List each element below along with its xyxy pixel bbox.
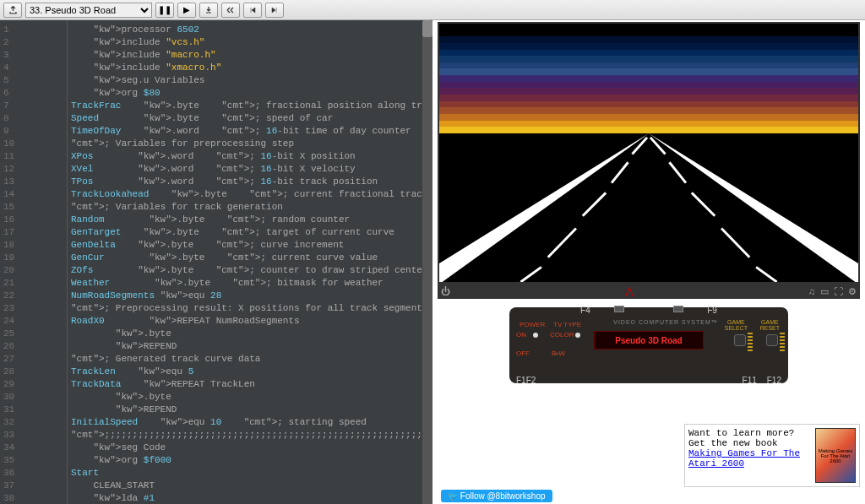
svg-line-4 (583, 192, 606, 215)
svg-line-9 (692, 192, 715, 215)
settings-icon[interactable]: ⚙ (848, 286, 857, 297)
file-selector[interactable]: 33. Pseudo 3D Road (25, 3, 152, 18)
rewind-button[interactable] (221, 3, 240, 18)
step-back-button[interactable] (243, 3, 262, 18)
f12-label: F12 (767, 376, 781, 385)
svg-line-5 (548, 228, 576, 257)
editor-scrollbar[interactable] (422, 20, 432, 504)
cartridge-label: Pseudo 3D Road (594, 331, 704, 350)
svg-line-3 (612, 162, 628, 182)
atari-logo-icon: ⋀ (625, 285, 634, 297)
bw-label: B•W (552, 350, 565, 357)
svg-line-11 (756, 267, 776, 282)
game-reset-switch[interactable] (766, 334, 778, 346)
ad-link[interactable]: Making Games For The Atari 2600 (688, 448, 800, 469)
tvtype-switch[interactable] (575, 333, 580, 338)
svg-line-2 (632, 138, 647, 154)
code-content[interactable]: "kw">processor 6502 "kw">include "vcs.h"… (68, 20, 422, 504)
road-render (439, 133, 858, 282)
svg-line-8 (669, 162, 686, 182)
f9-label: F9 (707, 306, 717, 315)
road-svg (439, 133, 858, 282)
color-label: COLOR (550, 331, 574, 339)
fkey-top: F4 F9 (509, 306, 788, 315)
ad-book-cover[interactable]: Making Games For The Atari 2600 (815, 428, 856, 483)
toolbar: 33. Pseudo 3D Road ❚❚ ▶ (0, 0, 865, 20)
reset-indicator (780, 333, 785, 351)
switch-icon[interactable] (614, 306, 624, 312)
gutter: 1234567891011121314151617181920212223242… (0, 20, 68, 504)
off-label: OFF (516, 350, 530, 357)
scroll-thumb[interactable] (422, 20, 432, 37)
window-icon[interactable]: ▭ (820, 286, 829, 297)
f11-label: F11 (743, 376, 757, 385)
power-switch[interactable] (533, 333, 538, 338)
ad-line2: Get the new book (688, 438, 815, 448)
fullscreen-icon[interactable]: ⛶ (834, 286, 843, 297)
game-select-switch[interactable] (734, 334, 746, 346)
svg-line-10 (721, 228, 749, 257)
game-select-label: GAME SELECT (725, 319, 748, 331)
fkey-bottom: F1 F2 F11 F12 (509, 376, 788, 385)
on-label: ON (516, 331, 526, 339)
tvtype-label: TV TYPE (553, 321, 581, 328)
download-button[interactable] (199, 3, 218, 18)
vcs-label: VIDEO COMPUTER SYSTEM™ (594, 319, 737, 325)
svg-line-7 (650, 138, 666, 154)
step-forward-button[interactable] (265, 3, 284, 18)
emulator-screen[interactable] (438, 22, 860, 284)
play-button[interactable]: ▶ (177, 3, 196, 18)
f4-label: F4 (580, 306, 590, 315)
share-button[interactable] (3, 3, 22, 18)
power-label: POWER (520, 321, 545, 328)
f1-label: F1 (516, 376, 526, 385)
pause-button[interactable]: ❚❚ (155, 3, 174, 18)
svg-marker-0 (439, 133, 649, 282)
sound-icon[interactable]: ♫ (808, 286, 815, 297)
emulator-controls: ⏻ ⋀ ♫ ▭ ⛶ ⚙ (438, 284, 860, 299)
ad-box: Want to learn more? Get the new book Mak… (684, 424, 860, 487)
atari-console: F4 F9 VIDEO COMPUTER SYSTEM™ POWER ON OF… (509, 307, 788, 383)
sky-gradient (439, 24, 858, 133)
right-panel: ⏻ ⋀ ♫ ▭ ⛶ ⚙ F4 F9 VIDEO COMPUTER SYSTEM™… (432, 20, 865, 504)
svg-line-6 (520, 267, 541, 282)
twitter-follow-button[interactable]: 🐦 Follow @8bitworkshop (441, 490, 552, 502)
svg-marker-1 (649, 133, 858, 282)
switch-icon[interactable] (673, 306, 683, 312)
power-icon[interactable]: ⏻ (441, 286, 450, 296)
select-indicator (748, 333, 753, 351)
f2-label: F2 (526, 376, 536, 385)
code-editor[interactable]: 1234567891011121314151617181920212223242… (0, 20, 432, 504)
main-area: 1234567891011121314151617181920212223242… (0, 20, 865, 504)
ad-line1: Want to learn more? (688, 428, 815, 438)
game-reset-label: GAME RESET (760, 319, 780, 331)
